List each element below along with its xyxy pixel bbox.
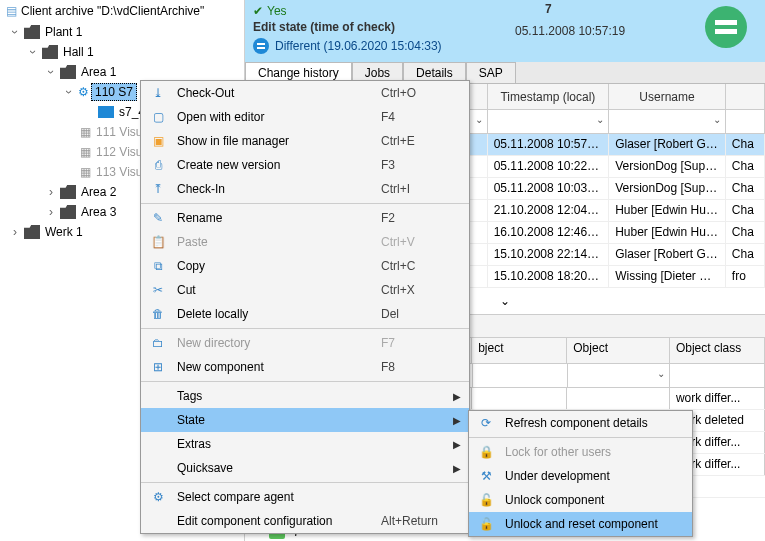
menu-cut[interactable]: ✂CutCtrl+X	[141, 278, 469, 302]
cmp-col-object1[interactable]: bject	[472, 338, 567, 363]
menu-checkin[interactable]: ⤒Check-InCtrl+I	[141, 177, 469, 201]
menu-new-version[interactable]: ⎙Create new versionF3	[141, 153, 469, 177]
tree-label: Area 1	[78, 64, 119, 80]
menu-newcomp[interactable]: ⊞New componentF8	[141, 355, 469, 379]
visu-icon: ▦	[80, 165, 91, 179]
cell-un: Wissing [Dieter Wis...	[609, 266, 726, 287]
submenu-unlock-reset[interactable]: 🔓Unlock and reset component	[469, 512, 692, 536]
tab-sap[interactable]: SAP	[466, 62, 516, 83]
menu-separator	[141, 482, 469, 483]
chevron-right-icon[interactable]: ›	[44, 185, 58, 199]
menu-delete[interactable]: 🗑Delete locallyDel	[141, 302, 469, 326]
menu-extras[interactable]: Extras▶	[141, 432, 469, 456]
chevron-down-icon[interactable]: ›	[26, 45, 40, 59]
col-rest[interactable]	[726, 84, 765, 109]
tree-label: 112 Visu	[93, 144, 145, 160]
cell-ts: 15.10.2008 22:14:34	[488, 244, 610, 265]
menu-paste: 📋PasteCtrl+V	[141, 230, 469, 254]
menu-tags[interactable]: Tags▶	[141, 384, 469, 408]
folder-icon	[60, 185, 76, 199]
version-date: 05.11.2008 10:57:19	[515, 24, 625, 38]
visu-icon: ▦	[80, 125, 91, 139]
cell-rest: Cha	[726, 244, 765, 265]
visu-icon: ▦	[80, 145, 91, 159]
filter-username[interactable]: ⌄	[609, 110, 726, 133]
chevron-right-icon[interactable]: ›	[44, 205, 58, 219]
tree-root-label: Client archive "D:\vdClientArchive"	[21, 4, 204, 18]
folder-icon	[60, 205, 76, 219]
copy-icon: ⧉	[149, 259, 167, 273]
block-icon	[98, 106, 114, 118]
submenu-underdev[interactable]: ⚒Under development	[469, 464, 692, 488]
cell-un: Glaser [Robert Glaser]	[609, 134, 726, 155]
dropdown-icon[interactable]: ⌄	[713, 114, 721, 125]
archive-icon: ▤	[6, 4, 17, 18]
menu-newdir: 🗀New directoryF7	[141, 331, 469, 355]
submenu-arrow-icon: ▶	[453, 391, 461, 402]
dropdown-icon[interactable]: ⌄	[475, 114, 483, 125]
editor-icon: ▢	[149, 110, 167, 124]
menu-state[interactable]: State▶	[141, 408, 469, 432]
tree-root[interactable]: ▤ Client archive "D:\vdClientArchive"	[0, 0, 244, 22]
col-username[interactable]: Username	[609, 84, 726, 109]
cell-rest: Cha	[726, 178, 765, 199]
cell-un: VersionDog [Supera...	[609, 156, 726, 177]
unlock-reset-icon: 🔓	[477, 517, 495, 531]
tree-item-hall[interactable]: › Hall 1	[0, 42, 244, 62]
menu-separator	[469, 437, 692, 438]
menu-copy[interactable]: ⧉CopyCtrl+C	[141, 254, 469, 278]
menu-select-compare[interactable]: ⚙Select compare agent	[141, 485, 469, 509]
equal-status-icon	[705, 6, 747, 48]
filter-rest[interactable]	[726, 110, 765, 133]
state-submenu: ⟳Refresh component details 🔒Lock for oth…	[468, 410, 693, 537]
cmp-filter-3[interactable]	[670, 364, 765, 387]
diff-text: Different (19.06.2020 15:04:33)	[275, 39, 442, 53]
menu-open-editor[interactable]: ▢Open with editorF4	[141, 105, 469, 129]
cell-rest: Cha	[726, 156, 765, 177]
filemanager-icon: ▣	[149, 134, 167, 148]
chevron-down-icon[interactable]: ›	[62, 85, 76, 99]
submenu-arrow-icon: ▶	[453, 439, 461, 450]
plc-icon: ⚙	[78, 85, 89, 99]
cell-ts: 16.10.2008 12:46:01	[488, 222, 610, 243]
cmp-col-object2[interactable]: Object	[567, 338, 670, 363]
check-icon: ✔	[253, 4, 263, 18]
cell-un: Huber [Edwin Huber]	[609, 222, 726, 243]
tree-item-area1[interactable]: › Area 1	[0, 62, 244, 82]
cmp-filter-2[interactable]: ⌄	[568, 364, 671, 387]
menu-quicksave[interactable]: Quicksave▶	[141, 456, 469, 480]
cell-ts: 05.11.2008 10:03:33	[488, 178, 610, 199]
unlock-icon: 🔓	[477, 493, 495, 507]
tree-label: Area 2	[78, 184, 119, 200]
menu-checkout[interactable]: ⤓Check-OutCtrl+O	[141, 81, 469, 105]
col-timestamp[interactable]: Timestamp (local)	[488, 84, 610, 109]
checkin-icon: ⤒	[149, 182, 167, 196]
cell-ts: 05.11.2008 10:57:19	[488, 134, 610, 155]
folder-icon	[24, 25, 40, 39]
different-icon	[253, 38, 269, 54]
submenu-unlock[interactable]: 🔓Unlock component	[469, 488, 692, 512]
cmp-col-class[interactable]: Object class	[670, 338, 765, 363]
header-bar: ✔ Yes Edit state (time of check) Differe…	[245, 0, 765, 62]
cell-un: Huber [Edwin Huber]	[609, 200, 726, 221]
tree-item-plant[interactable]: › Plant 1	[0, 22, 244, 42]
cmp-filter-1[interactable]	[473, 364, 568, 387]
yes-label: Yes	[267, 4, 287, 18]
menu-show-filemgr[interactable]: ▣Show in file managerCtrl+E	[141, 129, 469, 153]
chevron-right-icon[interactable]: ›	[8, 225, 22, 239]
dropdown-icon[interactable]: ⌄	[596, 114, 604, 125]
menu-rename[interactable]: ✎RenameF2	[141, 206, 469, 230]
dropdown-icon[interactable]: ⌄	[657, 368, 665, 379]
paste-icon: 📋	[149, 235, 167, 249]
menu-edit-config[interactable]: Edit component configurationAlt+Return	[141, 509, 469, 533]
folder-icon	[42, 45, 58, 59]
submenu-arrow-icon: ▶	[453, 463, 461, 474]
filter-timestamp[interactable]: ⌄	[488, 110, 610, 133]
tree-label: 111 Visu	[93, 124, 145, 140]
compare-icon: ⚙	[149, 490, 167, 504]
edit-state-label: Edit state (time of check)	[253, 20, 757, 34]
lock-icon: 🔒	[477, 445, 495, 459]
chevron-down-icon[interactable]: ›	[8, 25, 22, 39]
submenu-refresh[interactable]: ⟳Refresh component details	[469, 411, 692, 435]
chevron-down-icon[interactable]: ›	[44, 65, 58, 79]
